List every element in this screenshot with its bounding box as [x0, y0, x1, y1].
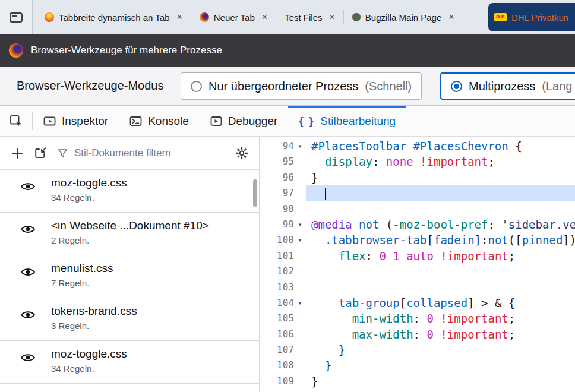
mode-option-multiprocess[interactable]: Multiprozess (Lang: [440, 72, 575, 100]
visibility-eye-icon[interactable]: [20, 182, 36, 191]
code-content[interactable]: [306, 264, 575, 279]
mode-option-parent-process[interactable]: Nur übergeordneter Prozess (Schnell): [181, 72, 422, 100]
line-gutter: 105: [260, 311, 306, 326]
code-line: 97: [260, 185, 575, 201]
tab-close-button[interactable]: ×: [448, 12, 454, 23]
line-number: 100: [277, 232, 294, 248]
line-number: 99: [283, 217, 294, 232]
line-gutter: 97: [260, 185, 306, 201]
code-token: 'sidebar.vert: [501, 218, 575, 231]
stylesheet-info: menulist.css7 Regeln.: [51, 261, 113, 289]
code-content[interactable]: .tabbrowser-tab[fadein]:not([pinned]) {: [306, 232, 575, 248]
browser-tab[interactable]: Bugzilla Main Page×: [344, 0, 463, 34]
line-number: 94: [283, 138, 294, 154]
css-editor[interactable]: 94▾#PlacesToolbar #PlacesChevron {95 dis…: [260, 137, 575, 392]
code-content[interactable]: }: [306, 374, 575, 389]
tab-close-button[interactable]: ×: [262, 12, 267, 23]
fold-arrow-icon[interactable]: ▾: [294, 232, 306, 248]
braces-icon: { }: [299, 115, 314, 128]
import-stylesheet-button[interactable]: [34, 147, 47, 159]
code-token: .tabbrowser-tab: [325, 233, 427, 246]
browser-tab[interactable]: Test Files×: [276, 0, 343, 34]
devtools-toolbar: InspektorKonsoleDebugger{ }Stilbearbeitu…: [0, 106, 575, 137]
code-content[interactable]: @media not (-moz-bool-pref: 'sidebar.ver…: [306, 217, 575, 232]
bugzilla-favicon-icon: [352, 13, 361, 21]
fold-arrow-icon[interactable]: ▾: [294, 217, 306, 232]
code-token: :: [372, 155, 386, 168]
code-content[interactable]: [306, 201, 575, 217]
dhl-favicon-icon: DHL: [494, 13, 507, 21]
stylesheet-item[interactable]: <in Webseite ...Dokument #10>2 Regeln.: [0, 213, 259, 255]
line-gutter: 100▾: [260, 232, 306, 248]
code-token: display: [325, 155, 372, 168]
code-content[interactable]: [306, 185, 575, 201]
browser-tab-strip: Tabbreite dynamisch an Tab×Neuer Tab×Tes…: [0, 0, 575, 34]
tab-title: Bugzilla Main Page: [365, 12, 441, 23]
stylesheet-item[interactable]: moz-toggle.css34 Regeln.: [0, 170, 259, 213]
code-line: 102: [260, 264, 575, 279]
stylesheet-item[interactable]: <in Webseite ...Dokument: [0, 384, 259, 392]
visibility-eye-icon[interactable]: [20, 225, 36, 234]
browser-tab[interactable]: DHLDHL Privatkun: [488, 3, 575, 31]
stylesheet-name: menulist.css: [51, 261, 113, 276]
stylesheet-item[interactable]: menulist.css7 Regeln.: [0, 255, 259, 298]
code-token: 0: [426, 328, 433, 341]
code-line: 103: [260, 280, 575, 295]
code-token: (: [379, 218, 393, 231]
stylesheet-filter-input[interactable]: [73, 147, 192, 160]
radio-multiprocess[interactable]: [451, 81, 462, 92]
stylesheet-item[interactable]: tokens-brand.css3 Regeln.: [0, 298, 259, 341]
pick-element-button[interactable]: [0, 106, 32, 136]
firefox-view-button[interactable]: [0, 0, 33, 34]
visibility-eye-icon[interactable]: [20, 310, 36, 320]
stylesheet-name: moz-toggle.css: [51, 347, 127, 361]
code-token: #PlacesToolbar #PlacesChevron: [311, 140, 508, 153]
toolbox-titlebar: Browser-Werkzeuge für mehrere Prozesse: [0, 34, 575, 67]
gear-icon[interactable]: [235, 147, 248, 160]
code-content[interactable]: #PlacesToolbar #PlacesChevron {: [306, 138, 575, 154]
code-content[interactable]: max-width: 0 !important;: [306, 327, 575, 342]
code-token: }: [311, 171, 318, 184]
browser-tab[interactable]: Tabbreite dynamisch an Tab×: [36, 0, 191, 34]
code-content[interactable]: }: [306, 358, 575, 373]
visibility-eye-icon[interactable]: [20, 353, 36, 362]
devtools-tab-label: Inspektor: [62, 115, 108, 128]
code-content[interactable]: flex: 0 1 auto !important;: [306, 248, 575, 264]
code-content[interactable]: }: [306, 170, 575, 185]
fold-arrow-icon[interactable]: ▾: [294, 295, 306, 311]
stylesheet-item[interactable]: moz-toggle.css34 Regeln.: [0, 341, 259, 384]
code-content[interactable]: tab-group[collapsed] > & {: [306, 295, 575, 311]
option-label: Nur übergeordneter Prozess: [208, 80, 358, 93]
pick-element-icon: [10, 115, 23, 128]
new-stylesheet-button[interactable]: [11, 147, 24, 160]
devtools-tab-inspektor[interactable]: Inspektor: [33, 106, 119, 136]
code-line: 98: [260, 201, 575, 217]
tab-close-button[interactable]: ×: [177, 12, 182, 23]
fold-arrow-icon[interactable]: ▾: [294, 138, 306, 154]
code-token: }: [311, 375, 318, 388]
sidebar-scrollbar-thumb[interactable]: [253, 179, 257, 207]
line-gutter: 98: [260, 201, 306, 217]
tab-title: Test Files: [285, 12, 322, 23]
code-content[interactable]: }: [306, 342, 575, 358]
radio-parent-process[interactable]: [191, 81, 202, 92]
toolbox-mode-bar: Browser-Werkzeuge-Modus Nur übergeordnet…: [0, 67, 575, 106]
firefox-favicon-icon: [200, 12, 209, 22]
code-content[interactable]: min-width: 0 !important;: [306, 311, 575, 326]
style-editor-panel: moz-toggle.css34 Regeln.<in Webseite ...…: [0, 137, 575, 392]
devtools-tab-debugger[interactable]: Debugger: [200, 106, 288, 136]
stylesheet-rule-count: 7 Regeln.: [51, 277, 113, 289]
visibility-eye-icon[interactable]: [20, 267, 36, 277]
code-content[interactable]: [306, 280, 575, 295]
line-number: 106: [277, 327, 294, 342]
code-content[interactable]: display: none !important;: [306, 154, 575, 169]
code-line: 100▾ .tabbrowser-tab[fadein]:not([pinned…: [260, 232, 575, 248]
code-token: }: [311, 343, 345, 356]
stylesheet-filter: [58, 147, 192, 160]
line-gutter: 95: [260, 154, 306, 169]
stylesheet-rule-count: 34 Regeln.: [51, 363, 127, 375]
browser-tab[interactable]: Neuer Tab×: [191, 0, 276, 34]
devtools-tab-stilbearbeitung[interactable]: { }Stilbearbeitung: [288, 106, 406, 136]
devtools-tab-konsole[interactable]: Konsole: [119, 106, 200, 136]
tab-close-button[interactable]: ×: [330, 12, 335, 23]
